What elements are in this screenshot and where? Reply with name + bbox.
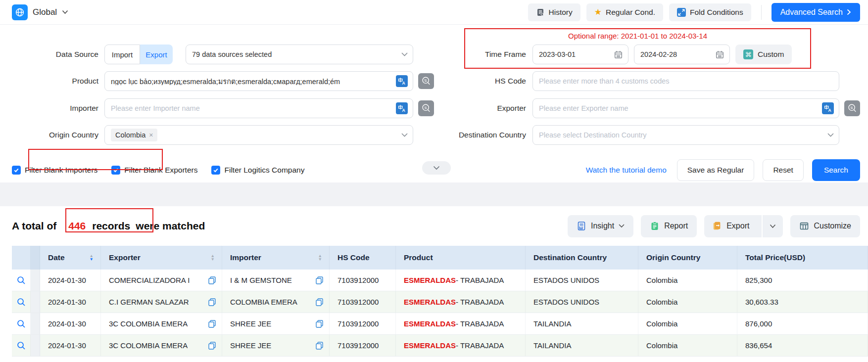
chevron-down-icon xyxy=(770,224,776,228)
col-header-exporter[interactable]: Exporter ▲▼ xyxy=(101,246,222,270)
table-row: 2024-01-30 3C COLOMBIA EMERA SHREE JEE 7… xyxy=(12,313,868,335)
copy-icon[interactable] xyxy=(208,298,216,306)
sort-control[interactable]: ▲▼ xyxy=(318,254,322,262)
total-price-cell: 825,300 xyxy=(737,270,868,291)
tutorial-demo-link[interactable]: Watch the tutorial demo xyxy=(586,166,667,175)
save-as-regular-button[interactable]: Save as Regular xyxy=(677,159,755,181)
detail-column-header xyxy=(12,246,31,270)
history-button[interactable]: History xyxy=(528,3,580,21)
translate-icon[interactable]: A xyxy=(822,102,834,114)
insight-button[interactable]: BI Insight xyxy=(568,215,633,237)
table-header-row: Date ▲▼ Exporter ▲▼ Importer ▲▼ HS Code … xyxy=(12,246,868,270)
highlighted-keyword: ESMERALDAS xyxy=(404,319,456,328)
product-input[interactable] xyxy=(111,77,392,85)
search-button[interactable]: Search xyxy=(812,159,860,181)
destination-country-select[interactable]: Please select Destination Country xyxy=(532,125,839,145)
copy-icon[interactable] xyxy=(208,276,216,284)
results-section: A total of 446 records were matched BI I… xyxy=(0,206,868,362)
magnifier-icon xyxy=(17,319,26,328)
table-row: 2024-01-30 3C COLOMBIA EMERA SHREE JEE 7… xyxy=(12,335,868,357)
col-header-origin: Origin Country xyxy=(638,246,737,270)
highlighted-keyword: ESMERALDAS xyxy=(404,276,456,284)
hs-code-input-box xyxy=(532,71,839,91)
importer-input[interactable] xyxy=(111,104,392,112)
col-header-importer[interactable]: Importer ▲▼ xyxy=(222,246,330,270)
copy-icon[interactable] xyxy=(316,342,323,350)
checkbox-checked-icon xyxy=(211,166,220,175)
view-detail-cell[interactable] xyxy=(12,313,31,334)
view-detail-cell[interactable] xyxy=(12,291,31,313)
divider xyxy=(761,5,762,20)
exporter-label: Exporter xyxy=(402,98,526,118)
exporter-input[interactable] xyxy=(539,104,818,112)
export-button[interactable]: Export xyxy=(704,215,757,237)
date-cell: 2024-01-30 xyxy=(40,291,101,313)
import-tab[interactable]: Import xyxy=(104,45,140,64)
region-selector-label[interactable]: Global xyxy=(33,7,57,17)
chevron-right-icon xyxy=(847,9,851,15)
results-header: A total of 446 records were matched BI I… xyxy=(0,206,868,246)
data-sources-select[interactable]: 79 data sources selected xyxy=(186,45,413,64)
filter-logistics-company-checkbox[interactable]: Filter Logitics Company xyxy=(211,166,304,175)
view-detail-cell[interactable] xyxy=(12,335,31,356)
custom-range-button[interactable]: ⌘ Custom xyxy=(735,45,792,64)
hs-code-input[interactable] xyxy=(539,77,834,85)
export-tab[interactable]: Export xyxy=(140,45,173,64)
hs-code-cell: 7103912000 xyxy=(330,270,396,291)
reset-button[interactable]: Reset xyxy=(763,159,804,181)
export-options-button[interactable] xyxy=(762,215,783,237)
highlighted-keyword: ESMERALDAS xyxy=(404,341,456,350)
trade-data-app: Global History ★ Regular Cond. Fold Cond… xyxy=(0,0,868,362)
copy-icon[interactable] xyxy=(208,342,216,350)
globe-logo-icon[interactable] xyxy=(12,4,28,20)
chevron-down-icon xyxy=(619,224,625,228)
fuzzy-search-icon[interactable] xyxy=(844,100,860,116)
col-header-date[interactable]: Date ▲▼ xyxy=(40,246,101,270)
advanced-search-button[interactable]: Advanced Search xyxy=(772,3,860,22)
fold-conditions-button[interactable]: Fold Conditions xyxy=(669,3,751,21)
date-end-field[interactable]: 2024-02-28 xyxy=(634,45,730,64)
calendar-icon xyxy=(715,50,724,59)
remove-tag-icon[interactable]: × xyxy=(149,131,153,139)
filter-blank-exporters-checkbox[interactable]: Filter Blank Exporters xyxy=(111,166,197,175)
results-table: Date ▲▼ Exporter ▲▼ Importer ▲▼ HS Code … xyxy=(12,246,868,357)
sort-control[interactable]: ▲▼ xyxy=(90,254,94,262)
date-cell: 2024-01-30 xyxy=(40,270,101,291)
copy-icon[interactable] xyxy=(316,320,323,328)
col-header-total-price: Total Price(USD) xyxy=(737,246,868,270)
date-cell: 2024-01-30 xyxy=(40,313,101,334)
sort-desc-icon: ▼ xyxy=(90,258,94,262)
copy-icon[interactable] xyxy=(208,320,216,328)
hs-code-label: HS Code xyxy=(402,71,526,91)
customize-columns-icon xyxy=(799,221,809,231)
copy-icon[interactable] xyxy=(316,298,323,306)
topbar: Global History ★ Regular Cond. Fold Cond… xyxy=(0,0,868,25)
origin-country-select[interactable]: Colombia × xyxy=(104,125,413,145)
hs-code-cell: 7103912000 xyxy=(330,335,396,356)
view-detail-cell[interactable] xyxy=(12,270,31,291)
importer-cell: I & M GEMSTONE xyxy=(222,270,330,291)
filter-blank-importers-checkbox[interactable]: Filter Blank Importers xyxy=(12,166,97,175)
destination-cell: TAILANDIA xyxy=(526,313,638,334)
hs-code-cell: 7103912000 xyxy=(330,313,396,334)
destination-cell: ESTADOS UNIDOS xyxy=(526,291,638,313)
col-header-destination: Destination Country xyxy=(526,246,638,270)
product-input-box: A xyxy=(104,71,413,91)
time-frame-label: Time Frame xyxy=(402,45,526,64)
data-source-toggle: Import Export xyxy=(104,45,173,64)
chevron-down-icon[interactable] xyxy=(62,10,68,14)
record-count: 446 xyxy=(68,220,86,232)
total-price-cell: 30,603.33 xyxy=(737,291,868,313)
regular-cond-button[interactable]: ★ Regular Cond. xyxy=(586,3,663,21)
report-button[interactable]: Report xyxy=(641,215,697,237)
command-icon: ⌘ xyxy=(743,49,753,59)
export-split-button: Export xyxy=(704,215,783,237)
copy-icon[interactable] xyxy=(316,276,323,284)
sort-control[interactable]: ▲▼ xyxy=(211,254,215,262)
customize-button[interactable]: Customize xyxy=(790,215,860,237)
date-start-field[interactable]: 2023-03-01 xyxy=(532,45,628,64)
destination-cell: ESTADOS UNIDOS xyxy=(526,270,638,291)
destination-country-label: Destination Country xyxy=(402,125,526,145)
history-icon xyxy=(536,8,545,17)
product-cell: ESMERALDAS- TRABAJADA xyxy=(396,291,526,313)
